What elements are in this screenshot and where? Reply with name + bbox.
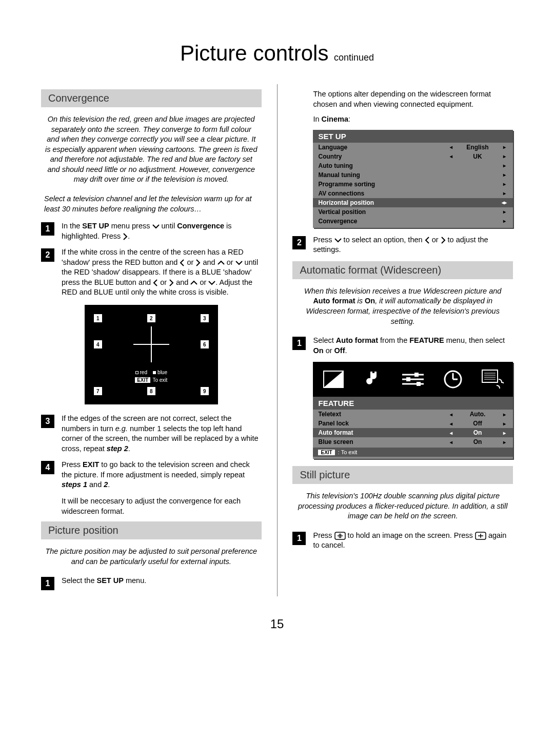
timer-icon bbox=[442, 369, 464, 390]
step-text: Select the SET UP menu. bbox=[62, 576, 146, 590]
menu-row: Language◂English▸ bbox=[313, 143, 513, 152]
menu-title: SET UP bbox=[313, 130, 513, 143]
menu-row: Auto format◂On▸ bbox=[313, 428, 513, 437]
svg-rect-4 bbox=[414, 373, 419, 377]
right-icon bbox=[195, 259, 201, 266]
step-text: Press to select an option, then or to ad… bbox=[313, 235, 513, 255]
grid-cell: 6 bbox=[201, 340, 209, 348]
menu-row-value: English bbox=[454, 144, 501, 151]
arrow-left-icon: ◂ bbox=[447, 430, 454, 436]
svg-rect-5 bbox=[406, 377, 410, 381]
convergence-intro: On this television the red, green and bl… bbox=[44, 114, 259, 185]
arrow-right-icon: ▸ bbox=[501, 218, 508, 224]
left-icon bbox=[180, 259, 185, 266]
right-icon bbox=[123, 233, 128, 240]
page-title: Picture controls continued bbox=[41, 41, 513, 66]
menu-row-label: Panel lock bbox=[318, 420, 447, 427]
step-text: Press EXIT to go back to the television … bbox=[62, 460, 262, 490]
svg-rect-10 bbox=[482, 370, 498, 382]
grid-cell: 8 bbox=[147, 387, 155, 395]
convergence-warmup: Select a television channel and let the … bbox=[44, 194, 259, 214]
setup-menu-panel: SET UP Language◂English▸Country◂UK▸Auto … bbox=[313, 130, 513, 228]
feature-icon bbox=[402, 369, 424, 390]
down-icon bbox=[208, 280, 215, 285]
setup-icon bbox=[481, 369, 504, 390]
position-step-1: 1 Select the SET UP menu. bbox=[41, 576, 262, 590]
arrow-right-icon: ▸ bbox=[501, 439, 508, 445]
convergence-step-3: 3 If the edges of the screen are not cor… bbox=[41, 414, 262, 454]
still-button-icon bbox=[475, 532, 486, 540]
section-convergence: Convergence bbox=[41, 89, 262, 107]
up-icon bbox=[190, 280, 197, 285]
menu-row-value: UK bbox=[454, 153, 501, 160]
convergence-step-1: 1 In the SET UP menu press until Converg… bbox=[41, 221, 262, 241]
convergence-step-2: 2 If the white cross in the centre of th… bbox=[41, 247, 262, 298]
menu-row-value: Off bbox=[454, 420, 501, 427]
arrow-left-icon: ◂ bbox=[447, 412, 454, 417]
grid-cell: 1 bbox=[94, 314, 102, 322]
menu-row-label: AV connections bbox=[318, 190, 447, 197]
arrow-right-icon: ▸ bbox=[501, 421, 508, 427]
arrow-right-icon: ▸ bbox=[501, 190, 508, 196]
menu-title: FEATURE bbox=[313, 397, 513, 410]
down-icon bbox=[235, 260, 243, 265]
feature-menu-panel: FEATURE Teletext◂Auto.▸Panel lock◂Off▸Au… bbox=[313, 397, 513, 459]
menu-row-label: Vertical position bbox=[318, 208, 447, 216]
title-sub: continued bbox=[334, 52, 374, 63]
menu-row-label: Country bbox=[318, 153, 447, 160]
still-intro: This television's 100Hz double scanning … bbox=[295, 491, 510, 521]
picture-icon bbox=[322, 369, 345, 390]
still-button-icon bbox=[334, 532, 346, 540]
svg-rect-6 bbox=[417, 382, 421, 386]
menu-row-label: Programme sorting bbox=[318, 181, 447, 188]
auto-format-step-1: 1 Select Auto format from the FEATURE me… bbox=[292, 336, 513, 356]
column-divider bbox=[277, 84, 278, 596]
menu-row-label: Manual tuning bbox=[318, 171, 447, 179]
legend: red blue bbox=[94, 370, 209, 375]
convergence-step-4: 4 Press EXIT to go back to the televisio… bbox=[41, 460, 262, 490]
menu-row: Panel lock◂Off▸ bbox=[313, 419, 513, 428]
menu-row-label: Blue screen bbox=[318, 438, 447, 445]
arrow-left-icon: ◂ bbox=[447, 421, 454, 427]
down-icon bbox=[334, 238, 342, 243]
right-icon bbox=[441, 237, 446, 244]
grid-cell: 3 bbox=[201, 314, 209, 322]
step-text: If the edges of the screen are not corre… bbox=[62, 414, 262, 454]
grid-cell: 4 bbox=[94, 340, 102, 348]
menu-row-label: Auto tuning bbox=[318, 162, 447, 169]
section-auto-format: Automatic format (Widescreen) bbox=[292, 261, 513, 279]
in-cinema: In Cinema: bbox=[313, 114, 513, 125]
arrow-right-icon: ◂▸ bbox=[501, 200, 508, 205]
up-icon bbox=[217, 260, 225, 265]
menu-row-label: Language bbox=[318, 144, 447, 151]
cross-icon bbox=[133, 326, 169, 362]
arrow-right-icon: ▸ bbox=[501, 144, 508, 150]
step-number-icon: 2 bbox=[292, 236, 306, 249]
step-text: Press to hold an image on the screen. Pr… bbox=[313, 531, 513, 551]
down-icon bbox=[152, 224, 160, 229]
convergence-followup: It will be neccesary to adjust the conve… bbox=[62, 496, 262, 516]
arrow-right-icon: ▸ bbox=[501, 163, 508, 168]
menu-row: Horizontal position◂▸ bbox=[313, 198, 513, 207]
menu-row: Convergence▸ bbox=[313, 217, 513, 226]
menu-row-label: Teletext bbox=[318, 411, 447, 418]
menu-row-label: Auto format bbox=[318, 429, 447, 436]
menu-row: AV connections▸ bbox=[313, 189, 513, 198]
convergence-screen-illustration: 1 2 3 4 6 red blue EXITTo exit 7 bbox=[85, 305, 218, 404]
left-icon bbox=[425, 237, 430, 244]
exit-hint: EXITTo exit bbox=[94, 377, 209, 383]
menu-row: Blue screen◂On▸ bbox=[313, 437, 513, 447]
section-picture-position: Picture position bbox=[41, 521, 262, 539]
arrow-right-icon: ▸ bbox=[501, 172, 508, 178]
grid-cell: 9 bbox=[201, 387, 209, 395]
grid-cell: 7 bbox=[94, 387, 102, 395]
right-icon bbox=[169, 279, 174, 286]
step-text: In the SET UP menu press until Convergen… bbox=[62, 221, 262, 241]
menu-row: Teletext◂Auto.▸ bbox=[313, 410, 513, 419]
right-column: The options alter depending on the wides… bbox=[292, 84, 513, 596]
menu-row-value: On bbox=[454, 429, 501, 436]
step-number-icon: 2 bbox=[41, 248, 54, 262]
grid-cell: 2 bbox=[147, 314, 155, 322]
title-main: Picture controls bbox=[180, 41, 328, 65]
arrow-left-icon: ◂ bbox=[447, 144, 454, 150]
